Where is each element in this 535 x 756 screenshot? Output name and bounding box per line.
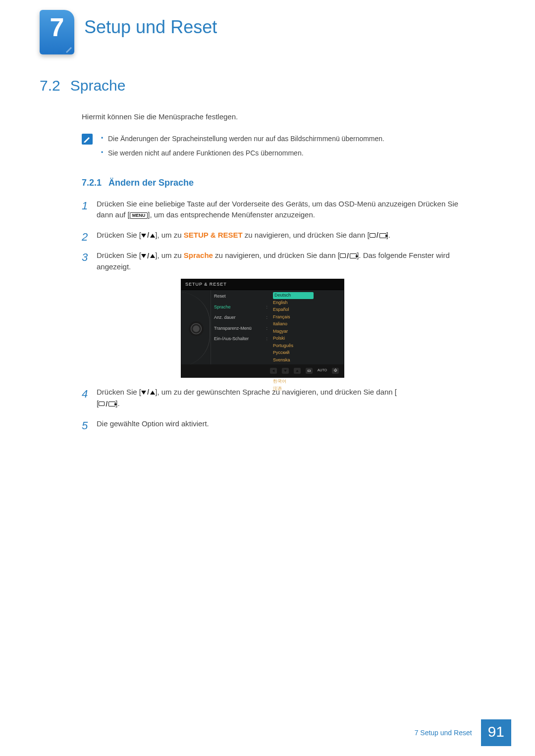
step-1: 1 Drücken Sie eine beliebige Taste auf d… xyxy=(82,199,473,221)
down-icon xyxy=(282,368,289,374)
select-icon: / xyxy=(340,251,357,262)
section-title: Sprache xyxy=(70,77,126,94)
note-item: Sie werden nicht auf andere Funktionen d… xyxy=(100,148,384,158)
step-5: 5 Die gewählte Option wird aktiviert. xyxy=(82,418,473,430)
footer-chapter: 7 Setup und Reset xyxy=(415,729,472,737)
step-2: 2 Drücken Sie [/], um zu SETUP & RESET z… xyxy=(82,230,473,241)
subsection-number: 7.2.1 xyxy=(82,176,102,190)
step-text: ], um zu der gewünschten Sprache zu navi… xyxy=(155,388,397,396)
osd-lang: 한국어 xyxy=(273,378,314,385)
page-number: 91 xyxy=(481,719,511,746)
down-up-icon: / xyxy=(141,251,155,262)
osd-lang: Español xyxy=(273,306,314,313)
note-item: Die Änderungen der Spracheinstellung wer… xyxy=(100,134,384,144)
osd-lang: Italiano xyxy=(273,321,314,328)
highlight: Sprache xyxy=(184,251,213,259)
step-text: Drücken Sie [ xyxy=(97,251,141,259)
osd-item-active: Sprache xyxy=(214,304,231,311)
select-icon: / xyxy=(370,230,386,241)
note-icon xyxy=(82,134,93,145)
step-text: zu navigieren, und drücken Sie dann [ xyxy=(243,231,370,239)
osd-footer: AUTO ⏻ xyxy=(181,364,344,377)
osd-lang: Français xyxy=(273,314,314,321)
osd-lang: Magyar xyxy=(273,328,314,335)
osd-item: Transparenz-Menü xyxy=(214,325,252,332)
step-text: Die gewählte Option wird aktiviert. xyxy=(97,419,209,428)
intro-text: Hiermit können Sie die Menüsprache festl… xyxy=(82,111,473,123)
osd-lang: English xyxy=(273,300,314,306)
left-icon xyxy=(270,368,277,374)
badge-pencil-icon xyxy=(65,45,73,53)
down-up-icon: / xyxy=(141,387,155,398)
step-text: ], um zu xyxy=(155,251,184,259)
osd-lang: Svenska xyxy=(273,357,314,364)
note-list: Die Änderungen der Spracheinstellung wer… xyxy=(100,134,384,162)
osd-screenshot: SETUP & RESET Reset Sprache: Anz. dauer:… xyxy=(181,279,344,378)
gear-icon xyxy=(191,323,202,334)
menu-button-key: MENU xyxy=(130,212,148,219)
chapter-title: Setup und Reset xyxy=(84,0,535,38)
subsection-title: Ändern der Sprache xyxy=(108,176,194,190)
auto-label: AUTO xyxy=(318,368,327,373)
osd-lang: Русский xyxy=(273,350,314,356)
up-icon xyxy=(294,368,301,374)
osd-item: Anz. dauer xyxy=(214,314,236,321)
osd-lang-selected: Deutsch xyxy=(273,292,314,299)
step-text: zu navigieren, und drücken Sie dann [ xyxy=(213,251,340,259)
osd-lang: Português xyxy=(273,343,314,350)
step-text: Drücken Sie [ xyxy=(97,231,141,239)
chapter-badge: 7 xyxy=(40,10,74,54)
step-3: 3 Drücken Sie [/], um zu Sprache zu navi… xyxy=(82,250,473,378)
step-text: ], um das entsprechende Menüfenster anzu… xyxy=(148,210,315,219)
osd-lang: Polski xyxy=(273,335,314,342)
select-icon: / xyxy=(99,399,115,410)
highlight: SETUP & RESET xyxy=(184,231,243,239)
osd-language-list: Deutsch English Español Français Italian… xyxy=(270,290,316,367)
chapter-number: 7 xyxy=(50,13,64,42)
section-number: 7.2 xyxy=(40,77,60,94)
osd-item: Reset xyxy=(214,293,226,300)
step-text: Drücken Sie [ xyxy=(97,388,141,396)
page-footer: 7 Setup und Reset 91 xyxy=(20,719,511,746)
step-4: 4 Drücken Sie [/], um zu der gewünschten… xyxy=(82,387,473,410)
power-icon: ⏻ xyxy=(332,368,339,374)
enter-icon xyxy=(306,368,313,374)
step-text: ], um zu xyxy=(155,231,184,239)
osd-item: Ein-/Aus-Schalter xyxy=(214,336,249,343)
osd-header: SETUP & RESET xyxy=(181,279,344,291)
down-up-icon: / xyxy=(141,230,155,241)
